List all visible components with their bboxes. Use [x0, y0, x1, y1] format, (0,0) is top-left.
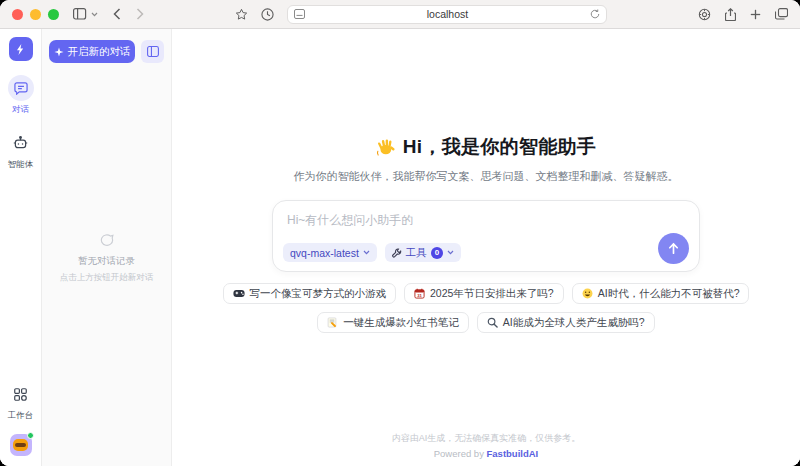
- arrow-up-icon: [667, 242, 680, 255]
- greeting-header: Hi，我是你的智能助手: [376, 134, 596, 160]
- model-selector[interactable]: qvq-max-latest: [283, 243, 377, 262]
- tools-count-badge: 0: [431, 247, 443, 259]
- sidebar-item-chat[interactable]: 对话: [8, 75, 34, 116]
- chevron-down-icon: [363, 250, 370, 255]
- address-bar[interactable]: localhost: [287, 5, 607, 24]
- suggestion-label: 2025年节日安排出来了吗?: [430, 287, 554, 301]
- footer: 内容由AI生成，无法确保真实准确，仅供参考。 Powered by Fastbu…: [392, 432, 581, 459]
- chat-main-pane: Hi，我是你的智能助手 作为你的智能伙伴，我能帮你写文案、思考问题、文档整理和删…: [172, 29, 800, 466]
- sidebar-item-label: 工作台: [8, 410, 34, 422]
- user-avatar[interactable]: [10, 434, 32, 456]
- suggestion-row-2: 一键生成爆款小红书笔记 AI能成为全球人类产生威胁吗?: [317, 312, 654, 333]
- online-status-dot: [27, 432, 34, 439]
- powered-by-prefix: Powered by: [434, 448, 484, 459]
- suggestion-label: 写一个像宝可梦方式的小游戏: [250, 287, 387, 301]
- brand-link[interactable]: FastbuildAI: [487, 448, 539, 459]
- new-chat-button[interactable]: 开启新的对话: [49, 40, 135, 63]
- share-icon[interactable]: [725, 8, 736, 21]
- sidebar-item-label: 对话: [12, 104, 29, 116]
- sidebar-item-workbench[interactable]: 工作台: [8, 381, 34, 422]
- tool-icon: [392, 248, 402, 258]
- sidebar-item-label: 智能体: [8, 159, 34, 171]
- grid-icon: [8, 381, 34, 407]
- send-button[interactable]: [658, 233, 689, 264]
- browser-toolbar: localhost: [0, 0, 800, 29]
- browser-window: localhost: [0, 0, 800, 466]
- tools-selector[interactable]: 工具 0: [385, 243, 461, 262]
- waving-hand-icon: [376, 137, 396, 157]
- empty-chat-bubble-icon: [100, 234, 114, 247]
- search-icon: [487, 317, 498, 328]
- chat-bubble-icon: [8, 75, 34, 101]
- sparkle-icon: [54, 47, 64, 57]
- suggestion-label: AI时代，什么能力不可被替代?: [598, 287, 740, 301]
- close-window-button[interactable]: [12, 9, 23, 20]
- minimize-window-button[interactable]: [30, 9, 41, 20]
- history-icon[interactable]: [261, 8, 274, 21]
- gamepad-icon: [233, 289, 245, 298]
- zoom-window-button[interactable]: [48, 9, 59, 20]
- back-button[interactable]: [113, 8, 121, 20]
- extensions-icon[interactable]: [698, 8, 711, 21]
- sidebar-item-agents[interactable]: 智能体: [8, 130, 34, 171]
- conversation-sidebar: 开启新的对话 暂无对话记录 点击上方按钮开始新对话: [42, 29, 172, 466]
- new-chat-label: 开启新的对话: [68, 45, 131, 59]
- suggestion-chip[interactable]: 一键生成爆款小红书笔记: [317, 312, 469, 333]
- url-text[interactable]: localhost: [305, 8, 590, 20]
- message-input[interactable]: [287, 212, 667, 242]
- ai-disclaimer: 内容由AI生成，无法确保真实准确，仅供参考。: [392, 432, 581, 445]
- app-logo[interactable]: [9, 37, 33, 61]
- left-nav-rail: 对话 智能体: [0, 29, 42, 466]
- powered-by: Powered by FastbuildAI: [392, 448, 581, 459]
- tools-label: 工具: [406, 246, 427, 260]
- collapse-sidebar-button[interactable]: [141, 40, 164, 63]
- suggestion-chip[interactable]: AI能成为全球人类产生威胁吗?: [477, 312, 655, 333]
- empty-title: 暂无对话记录: [78, 255, 135, 268]
- greeting-subtitle: 作为你的智能伙伴，我能帮你写文案、思考问题、文档整理和删减、答疑解惑。: [294, 169, 679, 184]
- app-shell: 对话 智能体: [0, 29, 800, 466]
- suggestion-label: 一键生成爆款小红书笔记: [343, 316, 459, 330]
- lightning-icon: [14, 43, 27, 56]
- model-selector-value: qvq-max-latest: [290, 247, 359, 259]
- forward-button[interactable]: [136, 8, 144, 20]
- suggestion-row-1: 写一个像宝可梦方式的小游戏 31 2025年节日安排出来了吗?: [223, 283, 750, 304]
- tab-overview-icon[interactable]: [775, 8, 788, 20]
- suggestion-label: AI能成为全球人类产生威胁吗?: [503, 316, 645, 330]
- robot-icon: [8, 130, 34, 156]
- window-controls: [12, 9, 59, 20]
- suggestion-chip[interactable]: 31 2025年节日安排出来了吗?: [404, 283, 564, 304]
- chevron-down-icon: [447, 250, 454, 255]
- svg-text:31: 31: [417, 293, 422, 298]
- suggestion-chip[interactable]: 写一个像宝可梦方式的小游戏: [223, 283, 397, 304]
- reader-view-icon[interactable]: [294, 9, 305, 19]
- empty-subtitle: 点击上方按钮开始新对话: [60, 272, 154, 284]
- empty-conversations-state: 暂无对话记录 点击上方按钮开始新对话: [42, 234, 171, 284]
- smiley-icon: [582, 288, 593, 299]
- new-tab-icon[interactable]: [750, 9, 761, 20]
- avatar-robot-face-icon: [13, 439, 28, 451]
- panel-icon: [147, 46, 159, 57]
- memo-icon: [327, 317, 338, 328]
- greeting-title: Hi，我是你的智能助手: [403, 134, 596, 160]
- message-composer: qvq-max-latest 工具 0: [272, 200, 700, 272]
- calendar-icon: 31: [414, 288, 425, 299]
- reload-icon[interactable]: [590, 9, 600, 19]
- favorites-icon[interactable]: [235, 8, 248, 21]
- sidebar-toggle-icon[interactable]: [73, 8, 98, 20]
- suggestion-chip[interactable]: AI时代，什么能力不可被替代?: [572, 283, 750, 304]
